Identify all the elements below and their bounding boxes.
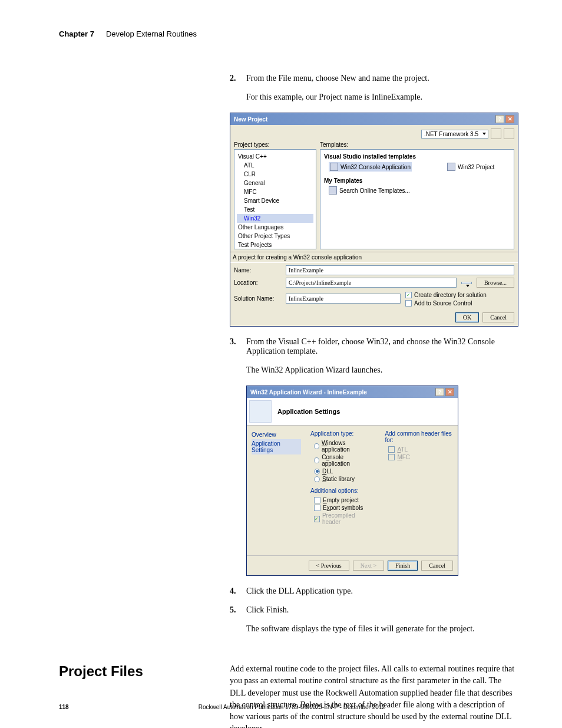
step-4: 4. Click the DLL Application type.	[230, 587, 515, 596]
tree-mfc[interactable]: MFC	[237, 187, 313, 196]
tree-win32[interactable]: Win32	[237, 214, 313, 223]
additional-options-label: Additional options:	[310, 487, 368, 494]
template-win32-console[interactable]: Win32 Console Application	[329, 162, 412, 172]
wizard-banner-icon	[249, 400, 272, 423]
template-description: A project for creating a Win32 console a…	[230, 252, 518, 263]
template-search-online[interactable]: Search Online Templates...	[329, 186, 410, 195]
templates-panel: Visual Studio installed templates Win32 …	[320, 149, 514, 249]
chapter-title: Develop External Routines	[106, 29, 197, 38]
ok-button[interactable]: OK	[455, 312, 479, 322]
step-number: 4.	[230, 587, 239, 596]
wizard-nav: Overview Application Settings	[247, 426, 306, 555]
close-icon[interactable]: ✕	[505, 115, 514, 123]
step-3: 3. From the Visual C++ folder, choose Wi…	[230, 337, 515, 356]
location-dropdown[interactable]	[461, 282, 472, 284]
step-2: 2. From the File menu, choose New and na…	[230, 74, 515, 83]
console-app-icon	[330, 163, 338, 171]
check-empty-project[interactable]: Empty project	[310, 496, 368, 504]
browse-button[interactable]: Browse...	[477, 278, 514, 288]
large-icons-icon[interactable]	[491, 129, 501, 139]
page-number: 118	[59, 704, 69, 710]
tree-test-projects[interactable]: Test Projects	[237, 241, 313, 249]
radio-static-library[interactable]: Static library	[310, 475, 368, 483]
location-label: Location:	[234, 279, 281, 286]
check-atl: ATL	[385, 446, 453, 453]
my-templates-header: My Templates	[324, 177, 510, 184]
step-text: From the Visual C++ folder, choose Win32…	[246, 337, 515, 356]
tree-clr[interactable]: CLR	[237, 170, 313, 179]
small-icons-icon[interactable]	[504, 129, 514, 139]
tree-general[interactable]: General	[237, 179, 313, 187]
page-header: Chapter 7 Develop External Routines	[59, 29, 515, 38]
wizard-banner: Application Settings	[247, 398, 458, 426]
step-number: 5.	[230, 605, 239, 615]
name-label: Name:	[234, 267, 281, 274]
template-win32-project[interactable]: Win32 Project	[447, 162, 494, 172]
nav-overview[interactable]: Overview	[252, 430, 301, 439]
create-directory-checkbox[interactable]: ✓ Create directory for solution	[405, 292, 514, 298]
tree-atl[interactable]: ATL	[237, 161, 313, 170]
common-header-label: Add common header files for:	[385, 430, 453, 443]
templates-installed-header: Visual Studio installed templates	[324, 153, 510, 160]
step-number: 2.	[230, 74, 239, 83]
close-icon[interactable]: ✕	[445, 388, 454, 396]
app-type-label: Application type:	[310, 430, 368, 437]
step-2-note: For this example, our Project name is In…	[246, 93, 515, 102]
cancel-button[interactable]: Cancel	[421, 561, 453, 571]
finish-button[interactable]: Finish	[388, 561, 418, 571]
previous-button[interactable]: < Previous	[309, 561, 349, 571]
search-online-icon	[329, 186, 337, 195]
section-heading: Project Files	[59, 663, 212, 728]
tree-visual-cpp[interactable]: Visual C++	[237, 152, 313, 161]
check-export-symbols[interactable]: Export symbols	[310, 504, 368, 512]
tree-other-languages[interactable]: Other Languages	[237, 223, 313, 232]
project-files-section: Project Files Add external routine code …	[59, 663, 515, 728]
name-input[interactable]	[286, 265, 514, 275]
radio-dll[interactable]: DLL	[310, 467, 368, 475]
help-icon[interactable]: ?	[495, 115, 504, 123]
solution-name-input[interactable]	[286, 294, 401, 304]
source-control-checkbox[interactable]: Add to Source Control	[405, 300, 514, 307]
dialog-title: New Project	[234, 116, 267, 123]
radio-console-app[interactable]: Console application	[310, 453, 368, 467]
help-icon[interactable]: ?	[435, 388, 444, 396]
location-input[interactable]	[286, 278, 457, 288]
project-types-tree[interactable]: Visual C++ ATL CLR General MFC Smart Dev…	[234, 149, 316, 249]
step-text: Click Finish.	[246, 605, 515, 615]
project-icon	[447, 163, 455, 171]
wizard-title: Win32 Application Wizard - InlineExample	[250, 389, 367, 396]
wizard-titlebar: Win32 Application Wizard - InlineExample…	[247, 386, 458, 398]
check-mfc: MFC	[385, 453, 453, 461]
wizard-dialog: Win32 Application Wizard - InlineExample…	[246, 386, 458, 576]
project-types-label: Project types:	[234, 141, 316, 148]
templates-label: Templates:	[320, 141, 514, 148]
step-5: 5. Click Finish.	[230, 605, 515, 615]
step-3-note: The Win32 Application Wizard launches.	[246, 365, 515, 375]
step-text: Click the DLL Application type.	[246, 587, 515, 596]
step-number: 3.	[230, 337, 239, 356]
titlebar: New Project ? ✕	[230, 113, 518, 125]
wizard-banner-title: Application Settings	[277, 408, 340, 415]
solution-name-label: Solution Name:	[234, 295, 281, 302]
nav-app-settings[interactable]: Application Settings	[252, 439, 301, 454]
step-5-note: The software displays the type of files …	[246, 624, 515, 634]
step-text: From the File menu, choose New and name …	[246, 74, 515, 83]
cancel-button[interactable]: Cancel	[482, 312, 514, 322]
tree-test[interactable]: Test	[237, 205, 313, 214]
new-project-dialog: New Project ? ✕ .NET Framework 3.5 Proje…	[230, 113, 518, 327]
framework-dropdown[interactable]: .NET Framework 3.5	[421, 130, 488, 139]
next-button: Next >	[353, 561, 385, 571]
radio-windows-app[interactable]: Windows application	[310, 439, 368, 453]
publication-info: Rockwell Automation Publication 1789-UM0…	[69, 704, 515, 710]
tree-other-project-types[interactable]: Other Project Types	[237, 232, 313, 241]
check-precompiled-header: ✓Precompiled header	[310, 512, 368, 526]
page-footer: 118 Rockwell Automation Publication 1789…	[59, 704, 515, 710]
section-body: Add external routine code to the project…	[230, 663, 515, 728]
tree-smart-device[interactable]: Smart Device	[237, 196, 313, 205]
chapter-label: Chapter 7	[59, 29, 94, 38]
